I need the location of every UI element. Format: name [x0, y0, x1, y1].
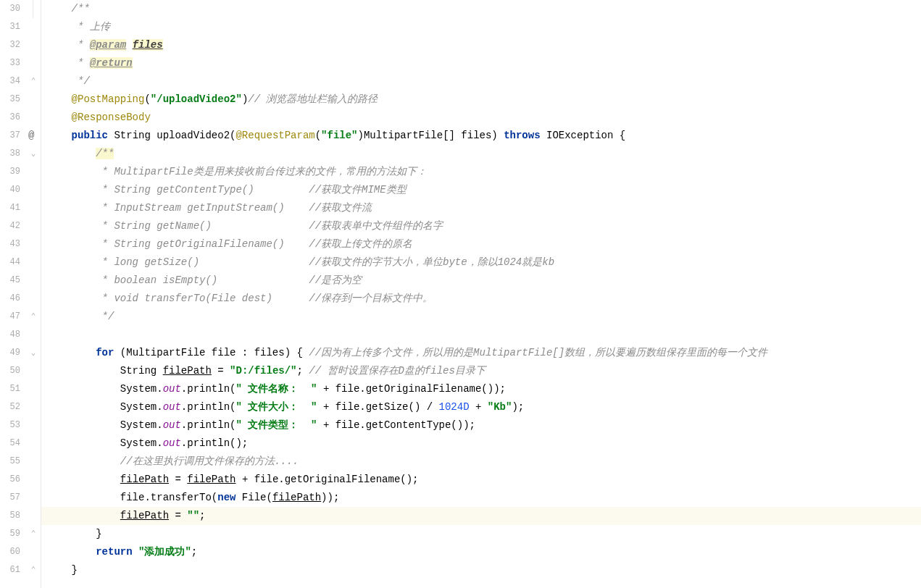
- line-number: 31: [0, 18, 20, 36]
- fold-marker: [26, 290, 41, 308]
- code-line[interactable]: filePath = filePath + file.getOriginalFi…: [41, 471, 921, 489]
- token: [47, 455, 120, 467]
- code-line[interactable]: [41, 326, 921, 344]
- token: "添加成功": [138, 546, 191, 558]
- token: [47, 130, 72, 141]
- fold-marker[interactable]: ⌃: [26, 561, 41, 579]
- token: }: [47, 564, 78, 576]
- token: * boolean isEmpty() //是否为空: [47, 274, 362, 286]
- code-line[interactable]: String filePath = "D:/files/"; // 暂时设置保存…: [41, 362, 921, 380]
- token: filePath: [272, 492, 321, 503]
- code-line[interactable]: /**: [41, 0, 921, 18]
- code-line[interactable]: }: [41, 561, 921, 579]
- code-line[interactable]: * boolean isEmpty() //是否为空: [41, 272, 921, 290]
- code-line[interactable]: for (MultipartFile file : files) { //因为有…: [41, 344, 921, 362]
- token: ;: [297, 365, 309, 377]
- line-number: 34: [0, 72, 20, 91]
- code-line[interactable]: /**: [41, 145, 921, 163]
- code-line[interactable]: @ResponseBody: [41, 109, 921, 127]
- code-line[interactable]: * InputStream getInputStream() //获取文件流: [41, 199, 921, 217]
- fold-marker: [26, 199, 41, 217]
- code-line[interactable]: * long getSize() //获取文件的字节大小，单位byte，除以10…: [41, 253, 921, 272]
- code-line[interactable]: * 上传: [41, 18, 921, 36]
- token: 1024D: [439, 401, 470, 413]
- token: " 文件大小： ": [236, 401, 317, 413]
- code-line[interactable]: */: [41, 308, 921, 326]
- token: * String getOriginalFilename() //获取上传文件的…: [47, 238, 412, 250]
- code-line[interactable]: file.transferTo(new File(filePath));: [41, 489, 921, 507]
- token: System.: [47, 383, 163, 395]
- fold-marker[interactable]: ⌄: [26, 145, 41, 163]
- token: "file": [321, 130, 357, 141]
- token: )MultipartFile[] files): [358, 130, 504, 141]
- code-line[interactable]: * String getName() //获取表单中文件组件的名字: [41, 217, 921, 235]
- token: System.: [47, 437, 163, 449]
- line-number: 60: [0, 543, 20, 561]
- code-editor[interactable]: 3031323334353637383940414243444546474849…: [0, 0, 921, 588]
- fold-marker[interactable]: ⌃: [26, 525, 41, 543]
- line-number: 43: [0, 235, 20, 253]
- token: */: [47, 75, 90, 87]
- token: + file.getContentType());: [317, 419, 475, 431]
- fold-marker: [26, 0, 41, 18]
- override-icon[interactable]: @: [28, 127, 34, 145]
- code-line[interactable]: return "添加成功";: [41, 543, 921, 561]
- line-number: 33: [0, 54, 20, 72]
- code-line[interactable]: * @return: [41, 54, 921, 72]
- token: out: [163, 419, 181, 431]
- code-line[interactable]: * @param files: [41, 36, 921, 54]
- token: //在这里执行调用文件保存的方法....: [120, 455, 299, 467]
- code-line[interactable]: * MultipartFile类是用来接收前台传过来的文件，常用的方法如下：: [41, 163, 921, 181]
- line-number: 59: [0, 525, 20, 543]
- fold-marker: [26, 91, 41, 109]
- code-line[interactable]: System.out.println(" 文件名称： " + file.getO…: [41, 380, 921, 398]
- token: [133, 546, 138, 558]
- code-line[interactable]: * void transferTo(File dest) //保存到一个目标文件…: [41, 290, 921, 308]
- fold-marker: [26, 416, 41, 434]
- token: files: [133, 39, 163, 51]
- token: ;: [191, 546, 197, 558]
- fold-marker[interactable]: ⌄: [26, 344, 41, 362]
- fold-marker: [26, 489, 41, 507]
- token: /**: [72, 3, 90, 14]
- code-line[interactable]: * String getContentType() //获取文件MIME类型: [41, 181, 921, 199]
- fold-marker: [26, 380, 41, 398]
- line-number: 51: [0, 380, 20, 398]
- line-number: 49: [0, 344, 20, 362]
- token: .println(: [181, 401, 236, 413]
- code-line[interactable]: }: [41, 525, 921, 543]
- code-line[interactable]: //在这里执行调用文件保存的方法....: [41, 453, 921, 471]
- token: return: [96, 546, 132, 558]
- code-line[interactable]: * String getOriginalFilename() //获取上传文件的…: [41, 235, 921, 253]
- token: ));: [321, 492, 339, 503]
- fold-column[interactable]: ⌃⌄⌃⌄⌃⌃: [26, 0, 41, 588]
- token: System.: [47, 419, 163, 431]
- code-line[interactable]: @PostMapping("/uploadVideo2")// 浏览器地址栏输入…: [41, 91, 921, 109]
- token: public: [72, 130, 108, 141]
- token: [47, 112, 72, 123]
- fold-marker[interactable]: ⌃: [26, 308, 41, 326]
- code-line[interactable]: System.out.println(" 文件类型： " + file.getC…: [41, 416, 921, 434]
- code-line[interactable]: @ public String uploadVideo2(@RequestPar…: [41, 127, 921, 145]
- token: @ResponseBody: [72, 112, 151, 123]
- token: + file.getOriginalFilename();: [236, 474, 418, 485]
- token: .println(: [181, 383, 236, 395]
- fold-marker[interactable]: ⌃: [26, 72, 41, 91]
- line-number: 38: [0, 145, 20, 163]
- token: +: [470, 401, 488, 413]
- code-line[interactable]: System.out.println(" 文件大小： " + file.getS…: [41, 398, 921, 416]
- fold-marker: [26, 163, 41, 181]
- code-line[interactable]: System.out.println();: [41, 434, 921, 453]
- token: =: [169, 474, 187, 485]
- token: [47, 3, 72, 14]
- line-number: 42: [0, 217, 20, 235]
- line-number: 57: [0, 489, 20, 507]
- token: * String getName() //获取表单中文件组件的名字: [47, 220, 443, 232]
- token: * long getSize() //获取文件的字节大小，单位byte，除以10…: [47, 256, 554, 268]
- fold-marker: [26, 326, 41, 344]
- code-line[interactable]: filePath = "";: [41, 507, 921, 525]
- code-area[interactable]: /** * 上传 * @param files * @return */ @Po…: [41, 0, 921, 588]
- code-line[interactable]: */: [41, 72, 921, 91]
- line-number: 37: [0, 127, 20, 145]
- fold-marker: [26, 54, 41, 72]
